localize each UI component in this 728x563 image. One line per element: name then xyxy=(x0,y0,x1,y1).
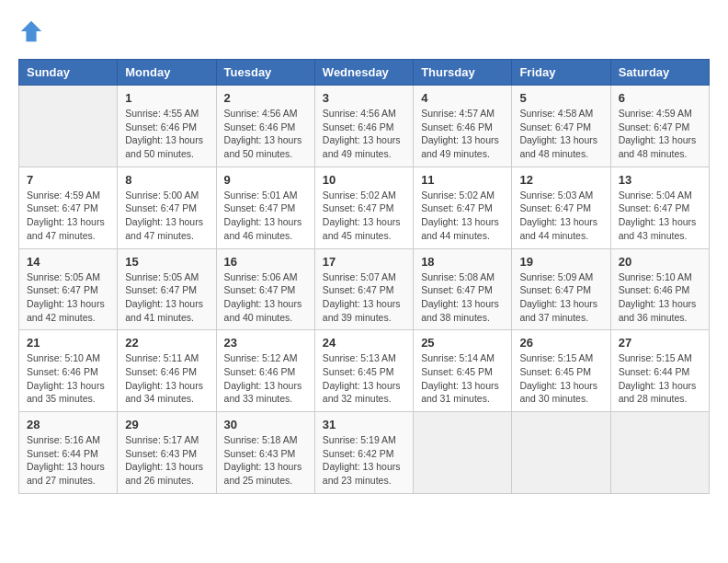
day-detail: Sunrise: 5:10 AMSunset: 6:46 PMDaylight:… xyxy=(27,351,109,406)
day-detail: Sunrise: 4:59 AMSunset: 6:47 PMDaylight:… xyxy=(27,189,109,243)
weekday-header-wednesday: Wednesday xyxy=(314,60,413,86)
day-number: 20 xyxy=(619,255,701,269)
calendar-cell: 3 Sunrise: 4:56 AMSunset: 6:46 PMDayligh… xyxy=(314,86,413,167)
calendar-cell xyxy=(610,412,709,494)
day-detail: Sunrise: 5:19 AMSunset: 6:42 PMDaylight:… xyxy=(323,433,405,488)
day-detail: Sunrise: 5:14 AMSunset: 6:45 PMDaylight:… xyxy=(421,351,504,406)
day-detail: Sunrise: 4:56 AMSunset: 6:46 PMDaylight:… xyxy=(224,107,307,161)
day-detail: Sunrise: 5:18 AMSunset: 6:43 PMDaylight:… xyxy=(224,433,307,488)
day-detail: Sunrise: 4:59 AMSunset: 6:47 PMDaylight:… xyxy=(619,107,701,161)
day-number: 17 xyxy=(323,255,405,269)
day-detail: Sunrise: 4:57 AMSunset: 6:46 PMDaylight:… xyxy=(421,107,504,161)
day-detail: Sunrise: 5:10 AMSunset: 6:46 PMDaylight:… xyxy=(619,270,701,325)
weekday-header-sunday: Sunday xyxy=(19,60,118,86)
day-detail: Sunrise: 5:00 AMSunset: 6:47 PMDaylight:… xyxy=(125,189,208,243)
day-number: 30 xyxy=(224,418,307,431)
calendar-cell xyxy=(414,412,512,494)
calendar-cell: 22 Sunrise: 5:11 AMSunset: 6:46 PMDaylig… xyxy=(118,330,216,412)
calendar-week-4: 21 Sunrise: 5:10 AMSunset: 6:46 PMDaylig… xyxy=(19,330,710,412)
calendar-cell: 4 Sunrise: 4:57 AMSunset: 6:46 PMDayligh… xyxy=(414,86,512,167)
day-number: 13 xyxy=(619,173,701,187)
day-number: 11 xyxy=(421,173,504,187)
day-number: 10 xyxy=(323,173,405,187)
day-number: 8 xyxy=(125,173,208,187)
calendar-cell: 25 Sunrise: 5:14 AMSunset: 6:45 PMDaylig… xyxy=(414,330,512,412)
day-detail: Sunrise: 5:02 AMSunset: 6:47 PMDaylight:… xyxy=(421,189,504,243)
calendar-cell: 7 Sunrise: 4:59 AMSunset: 6:47 PMDayligh… xyxy=(19,167,118,248)
svg-marker-0 xyxy=(21,21,41,41)
day-detail: Sunrise: 5:02 AMSunset: 6:47 PMDaylight:… xyxy=(323,189,405,243)
calendar-week-1: 1 Sunrise: 4:55 AMSunset: 6:46 PMDayligh… xyxy=(19,86,710,167)
day-number: 9 xyxy=(224,173,307,187)
calendar-cell: 8 Sunrise: 5:00 AMSunset: 6:47 PMDayligh… xyxy=(118,167,216,248)
calendar-cell: 29 Sunrise: 5:17 AMSunset: 6:43 PMDaylig… xyxy=(118,412,216,494)
day-detail: Sunrise: 5:15 AMSunset: 6:45 PMDaylight:… xyxy=(519,351,602,406)
calendar-cell: 1 Sunrise: 4:55 AMSunset: 6:46 PMDayligh… xyxy=(118,86,216,167)
calendar-cell: 13 Sunrise: 5:04 AMSunset: 6:47 PMDaylig… xyxy=(610,167,709,248)
day-number: 18 xyxy=(421,255,504,269)
calendar-cell: 31 Sunrise: 5:19 AMSunset: 6:42 PMDaylig… xyxy=(314,412,413,494)
day-number: 7 xyxy=(27,173,109,187)
day-number: 19 xyxy=(519,255,602,269)
calendar-cell: 14 Sunrise: 5:05 AMSunset: 6:47 PMDaylig… xyxy=(19,248,118,330)
calendar-cell: 28 Sunrise: 5:16 AMSunset: 6:44 PMDaylig… xyxy=(19,412,118,494)
day-detail: Sunrise: 5:12 AMSunset: 6:46 PMDaylight:… xyxy=(224,351,307,406)
calendar-cell: 12 Sunrise: 5:03 AMSunset: 6:47 PMDaylig… xyxy=(512,167,610,248)
calendar-table: SundayMondayTuesdayWednesdayThursdayFrid… xyxy=(18,59,710,494)
day-number: 28 xyxy=(27,418,109,431)
day-number: 24 xyxy=(323,336,405,350)
calendar-cell: 5 Sunrise: 4:58 AMSunset: 6:47 PMDayligh… xyxy=(512,86,610,167)
calendar-cell: 20 Sunrise: 5:10 AMSunset: 6:46 PMDaylig… xyxy=(610,248,709,330)
calendar-cell xyxy=(19,86,118,167)
day-number: 12 xyxy=(519,173,602,187)
calendar-cell: 21 Sunrise: 5:10 AMSunset: 6:46 PMDaylig… xyxy=(19,330,118,412)
day-detail: Sunrise: 5:11 AMSunset: 6:46 PMDaylight:… xyxy=(125,351,208,406)
calendar-cell: 11 Sunrise: 5:02 AMSunset: 6:47 PMDaylig… xyxy=(414,167,512,248)
calendar-cell: 16 Sunrise: 5:06 AMSunset: 6:47 PMDaylig… xyxy=(216,248,314,330)
page-header xyxy=(18,18,710,44)
weekday-header-saturday: Saturday xyxy=(610,60,709,86)
day-detail: Sunrise: 5:08 AMSunset: 6:47 PMDaylight:… xyxy=(421,270,504,325)
day-number: 26 xyxy=(519,336,602,350)
logo xyxy=(18,18,48,44)
weekday-header-tuesday: Tuesday xyxy=(216,60,314,86)
weekday-header-thursday: Thursday xyxy=(414,60,512,86)
day-number: 14 xyxy=(27,255,109,269)
calendar-cell: 18 Sunrise: 5:08 AMSunset: 6:47 PMDaylig… xyxy=(414,248,512,330)
day-number: 16 xyxy=(224,255,307,269)
day-detail: Sunrise: 5:01 AMSunset: 6:47 PMDaylight:… xyxy=(224,189,307,243)
day-detail: Sunrise: 5:15 AMSunset: 6:44 PMDaylight:… xyxy=(619,351,701,406)
day-detail: Sunrise: 4:56 AMSunset: 6:46 PMDaylight:… xyxy=(323,107,405,161)
day-detail: Sunrise: 5:05 AMSunset: 6:47 PMDaylight:… xyxy=(125,270,208,325)
day-number: 15 xyxy=(125,255,208,269)
day-number: 29 xyxy=(125,418,208,431)
day-number: 27 xyxy=(619,336,701,350)
calendar-cell: 17 Sunrise: 5:07 AMSunset: 6:47 PMDaylig… xyxy=(314,248,413,330)
calendar-cell: 23 Sunrise: 5:12 AMSunset: 6:46 PMDaylig… xyxy=(216,330,314,412)
calendar-cell: 15 Sunrise: 5:05 AMSunset: 6:47 PMDaylig… xyxy=(118,248,216,330)
calendar-cell: 30 Sunrise: 5:18 AMSunset: 6:43 PMDaylig… xyxy=(216,412,314,494)
calendar-week-2: 7 Sunrise: 4:59 AMSunset: 6:47 PMDayligh… xyxy=(19,167,710,248)
day-number: 6 xyxy=(619,91,701,105)
weekday-header-friday: Friday xyxy=(512,60,610,86)
calendar-cell: 19 Sunrise: 5:09 AMSunset: 6:47 PMDaylig… xyxy=(512,248,610,330)
day-number: 22 xyxy=(125,336,208,350)
day-detail: Sunrise: 5:16 AMSunset: 6:44 PMDaylight:… xyxy=(27,433,109,488)
calendar-week-3: 14 Sunrise: 5:05 AMSunset: 6:47 PMDaylig… xyxy=(19,248,710,330)
day-number: 23 xyxy=(224,336,307,350)
day-detail: Sunrise: 5:04 AMSunset: 6:47 PMDaylight:… xyxy=(619,189,701,243)
day-detail: Sunrise: 5:07 AMSunset: 6:47 PMDaylight:… xyxy=(323,270,405,325)
day-detail: Sunrise: 4:58 AMSunset: 6:47 PMDaylight:… xyxy=(519,107,602,161)
calendar-cell: 10 Sunrise: 5:02 AMSunset: 6:47 PMDaylig… xyxy=(314,167,413,248)
day-number: 31 xyxy=(323,418,405,431)
day-detail: Sunrise: 5:13 AMSunset: 6:45 PMDaylight:… xyxy=(323,351,405,406)
day-number: 1 xyxy=(125,91,208,105)
calendar-cell: 26 Sunrise: 5:15 AMSunset: 6:45 PMDaylig… xyxy=(512,330,610,412)
calendar-week-5: 28 Sunrise: 5:16 AMSunset: 6:44 PMDaylig… xyxy=(19,412,710,494)
day-detail: Sunrise: 4:55 AMSunset: 6:46 PMDaylight:… xyxy=(125,107,208,161)
day-number: 2 xyxy=(224,91,307,105)
calendar-cell: 24 Sunrise: 5:13 AMSunset: 6:45 PMDaylig… xyxy=(314,330,413,412)
logo-icon xyxy=(18,18,44,44)
day-number: 4 xyxy=(421,91,504,105)
calendar-cell: 9 Sunrise: 5:01 AMSunset: 6:47 PMDayligh… xyxy=(216,167,314,248)
